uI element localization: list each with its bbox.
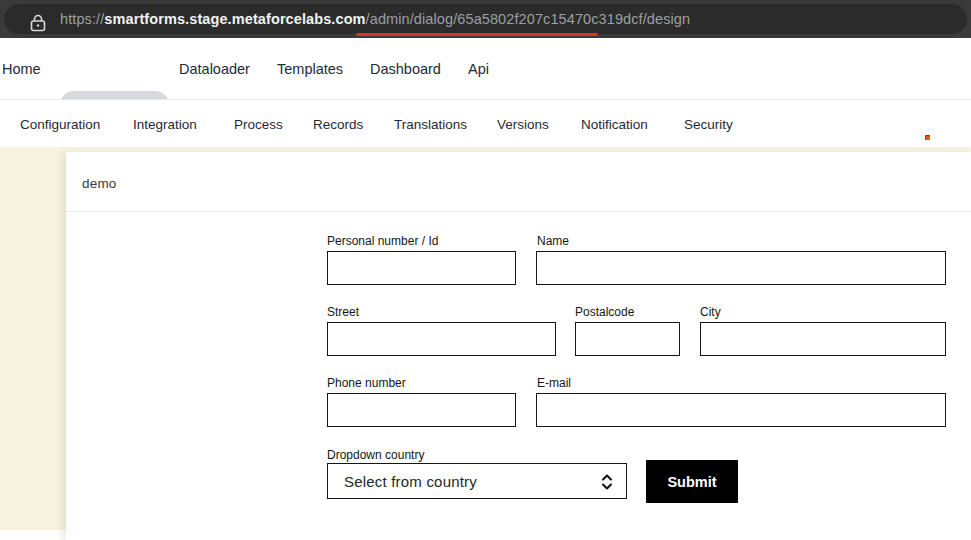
nav-dashboard[interactable]: Dashboard [370, 38, 441, 99]
name-input[interactable] [536, 251, 946, 285]
country-select[interactable]: Select from country [327, 463, 627, 499]
email-input[interactable] [536, 393, 946, 427]
nav-dataloader[interactable]: Dataloader [179, 38, 250, 99]
url-dialog-id: 65a5802f207c15470c319dcf [457, 11, 642, 27]
tab-notification[interactable]: Notification [581, 100, 648, 148]
personal-number-input[interactable] [327, 251, 516, 285]
nav-templates[interactable]: Templates [277, 38, 343, 99]
submit-button[interactable]: Submit [646, 460, 738, 503]
select-updown-icon [600, 473, 614, 491]
lock-icon [30, 14, 46, 32]
url-path-suffix: /design [643, 11, 690, 27]
title-divider [66, 211, 971, 212]
phone-number-input[interactable] [327, 393, 516, 427]
primary-nav: Home Smart forms Dataloader Templates Da… [0, 38, 971, 99]
street-label: Street [327, 305, 359, 319]
name-label: Name [537, 234, 569, 248]
personal-number-label: Personal number / Id [327, 234, 438, 248]
address-bar[interactable]: https://smartforms.stage.metaforcelabs.c… [4, 4, 967, 34]
tab-security[interactable]: Security [684, 100, 733, 148]
secondary-nav: Configuration Integration Process Record… [0, 99, 971, 147]
city-input[interactable] [700, 322, 946, 356]
url-domain: smartforms.stage.metaforcelabs.com [104, 11, 365, 27]
tab-versions[interactable]: Versions [497, 100, 549, 148]
url-annotation-underline [356, 33, 598, 36]
nav-home[interactable]: Home [2, 38, 41, 99]
street-input[interactable] [327, 322, 556, 356]
city-label: City [700, 305, 721, 319]
tab-translations[interactable]: Translations [394, 100, 467, 148]
country-select-value: Select from country [344, 473, 477, 490]
tab-integration[interactable]: Integration [133, 100, 197, 148]
postalcode-input[interactable] [575, 322, 680, 356]
form-title: demo [82, 176, 117, 191]
email-label: E-mail [537, 376, 571, 390]
phone-number-label: Phone number [327, 376, 406, 390]
browser-toolbar: https://smartforms.stage.metaforcelabs.c… [0, 0, 971, 38]
url-path-prefix: /admin/dialog/ [366, 11, 458, 27]
nav-api[interactable]: Api [468, 38, 489, 99]
cursor-artifact-dot [925, 135, 930, 140]
tab-records[interactable]: Records [313, 100, 363, 148]
tab-configuration[interactable]: Configuration [20, 100, 100, 148]
tab-process[interactable]: Process [234, 100, 283, 148]
url-text[interactable]: https://smartforms.stage.metaforcelabs.c… [60, 4, 690, 34]
country-dropdown-label: Dropdown country [327, 448, 424, 462]
url-scheme: https:// [60, 11, 104, 27]
postalcode-label: Postalcode [575, 305, 634, 319]
